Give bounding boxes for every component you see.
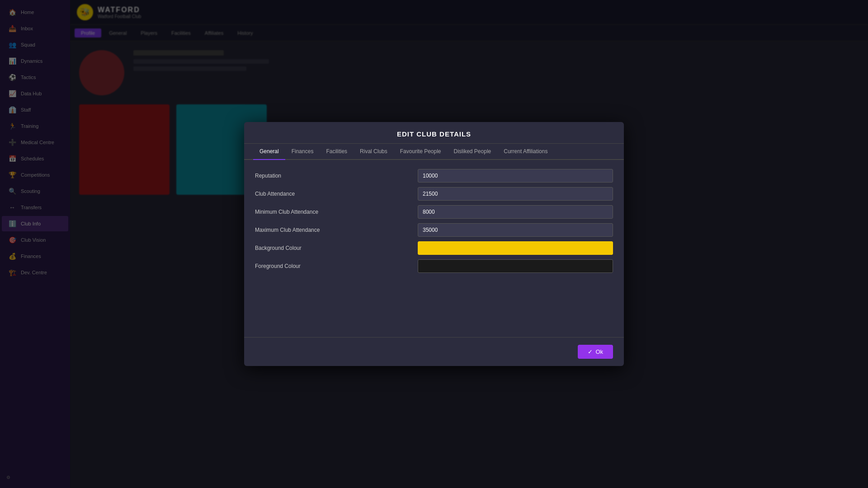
form-row-reputation: Reputation xyxy=(255,169,613,183)
input-background-colour[interactable] xyxy=(418,241,613,255)
label-foreground-colour: Foreground Colour xyxy=(255,263,418,269)
label-reputation: Reputation xyxy=(255,173,418,179)
modal-footer: ✓ Ok xyxy=(244,337,624,366)
input-club-attendance[interactable] xyxy=(418,187,613,201)
modal-tab-finances[interactable]: Finances xyxy=(285,144,320,160)
modal-tab-rival-clubs[interactable]: Rival Clubs xyxy=(354,144,394,160)
input-min-attendance[interactable] xyxy=(418,205,613,219)
modal-tab-favourite-people[interactable]: Favourite People xyxy=(394,144,448,160)
modal-backdrop: EDIT CLUB DETAILS General Finances Facil… xyxy=(0,0,868,488)
ok-button[interactable]: ✓ Ok xyxy=(578,345,613,359)
modal-tab-disliked-people[interactable]: Disliked People xyxy=(448,144,498,160)
modal-tab-general[interactable]: General xyxy=(253,144,285,160)
form-row-club-attendance: Club Attendance xyxy=(255,187,613,201)
modal-title: EDIT CLUB DETAILS xyxy=(244,122,624,144)
ok-label: Ok xyxy=(595,348,603,355)
label-club-attendance: Club Attendance xyxy=(255,191,418,197)
edit-club-details-modal: EDIT CLUB DETAILS General Finances Facil… xyxy=(244,122,624,366)
modal-tab-facilities[interactable]: Facilities xyxy=(320,144,354,160)
input-reputation[interactable] xyxy=(418,169,613,183)
label-max-attendance: Maximum Club Attendance xyxy=(255,227,418,233)
input-foreground-colour[interactable] xyxy=(418,259,613,273)
form-row-background-colour: Background Colour xyxy=(255,241,613,255)
form-row-min-attendance: Minimum Club Attendance xyxy=(255,205,613,219)
input-max-attendance[interactable] xyxy=(418,223,613,237)
label-min-attendance: Minimum Club Attendance xyxy=(255,209,418,215)
ok-checkmark-icon: ✓ xyxy=(588,348,593,355)
modal-tab-current-affiliations[interactable]: Current Affiliations xyxy=(497,144,554,160)
label-background-colour: Background Colour xyxy=(255,245,418,251)
form-row-max-attendance: Maximum Club Attendance xyxy=(255,223,613,237)
modal-tabs: General Finances Facilities Rival Clubs … xyxy=(244,144,624,160)
modal-body: Reputation Club Attendance Minimum Club … xyxy=(244,160,624,337)
form-row-foreground-colour: Foreground Colour xyxy=(255,259,613,273)
